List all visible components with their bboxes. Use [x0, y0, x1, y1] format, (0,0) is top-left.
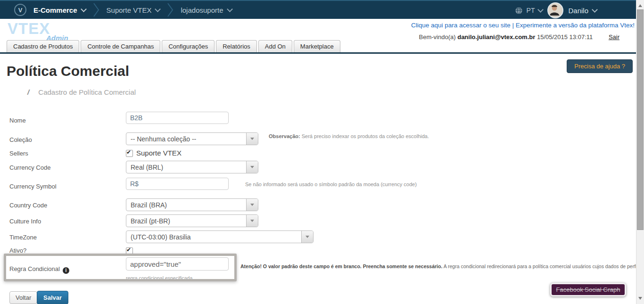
vtex-admin-window: V E-Commerce Suporte VTEX lojadosuporte [0, 0, 644, 304]
dropdown-arrow-icon [246, 215, 258, 227]
colecao-select[interactable]: -- Nenhuma coleção -- [126, 132, 258, 145]
currency-symbol-note: Se não informado será usado o símbolo pa… [245, 181, 417, 187]
dropdown-arrow-icon [246, 133, 258, 145]
user-menu[interactable]: Danilo [568, 7, 597, 15]
avatar-photo [548, 3, 561, 16]
regra-warning-body: A regra condicional redirecionará para a… [444, 263, 639, 269]
tab-marketplace[interactable]: Marketplace [294, 40, 340, 52]
currency-symbol-input[interactable] [126, 178, 229, 190]
regra-warning-title: Atenção! O valor padrão deste campo é em… [240, 263, 442, 269]
language-selector[interactable]: PT [515, 7, 543, 15]
topbar-item-label: E-Commerce [33, 6, 77, 14]
tab-cadastro-de-produtos[interactable]: Cadastro de Produtos [7, 40, 79, 52]
welcome-datetime: 15/05/2015 13:07:11 [537, 33, 593, 41]
culture-info-selected-value: Brazil (pt-BR) [126, 217, 246, 225]
regra-condicional-label: Regra Condicional [9, 265, 69, 274]
page-title: Política Comercial [7, 63, 129, 79]
tab-configuracoes[interactable]: Configurações [162, 40, 215, 52]
tab-controle-de-campanhas[interactable]: Controle de Campanhas [81, 40, 160, 52]
dropdown-arrow-icon [246, 199, 258, 211]
colecao-note: Observação: Será preciso indexar os prod… [269, 133, 429, 139]
chevron-down-icon [538, 7, 544, 13]
link-separator: | [512, 22, 514, 29]
country-code-selected-value: Brazil (BRA) [126, 201, 246, 209]
ativo-label: Ativo? [9, 247, 26, 254]
help-button[interactable]: Precisa de ajuda ? [567, 59, 633, 73]
country-code-label: Country Code [9, 202, 47, 209]
breadcrumb-slash: / [27, 88, 29, 96]
sellers-option-label: Suporte VTEX [136, 149, 182, 157]
dropdown-arrow-icon [246, 161, 258, 173]
welcome-prefix: Bem-vindo(a) [419, 33, 456, 41]
currency-symbol-label: Currency Symbol [9, 183, 57, 190]
scroll-up-arrow-icon[interactable] [638, 2, 642, 7]
breadcrumb-text: Cadastro de Política Comercial [38, 88, 136, 96]
regra-condicional-label-text: Regra Condicional [9, 265, 60, 272]
culture-info-label: Culture Info [9, 218, 41, 225]
topbar-item-account[interactable]: Suporte VTEX [107, 6, 160, 14]
colecao-note-title: Observação: [269, 133, 300, 139]
vtex-admin-logo: VTEX [8, 21, 50, 36]
chevron-down-icon [155, 6, 161, 12]
access-site-link[interactable]: Clique aqui para acessar o seu site [411, 22, 511, 29]
breadcrumb-separator-icon [167, 2, 173, 17]
topbar-item-ecommerce[interactable]: E-Commerce [33, 6, 86, 14]
colecao-label: Coleção [9, 136, 32, 143]
chevron-down-icon [592, 7, 598, 13]
chevron-down-icon [81, 6, 87, 12]
colecao-selected-value: -- Nenhuma coleção -- [126, 135, 246, 143]
nome-input[interactable] [126, 112, 229, 124]
welcome-email: danilo.juliani@vtex.com.br [457, 33, 535, 41]
tab-relatorios[interactable]: Relatórios [216, 40, 257, 52]
country-code-select[interactable]: Brazil (BRA) [126, 198, 258, 211]
top-navigation-bar: V E-Commerce Suporte VTEX lojadosuporte [0, 0, 644, 19]
scroll-down-arrow-icon[interactable] [638, 297, 642, 302]
platform-version-link[interactable]: Experimente a versão da plataforma Vtex! [516, 22, 635, 29]
topbar-item-label: Suporte VTEX [107, 6, 152, 14]
facebook-social-graph-button[interactable]: Facebook Social Graph [550, 283, 626, 296]
welcome-bar: Bem-vindo(a) danilo.juliani@vtex.com.br … [419, 33, 619, 41]
info-icon[interactable] [63, 267, 69, 274]
currency-code-selected-value: Real (BRL) [126, 164, 246, 171]
regra-condicional-input[interactable] [126, 257, 229, 271]
save-button[interactable]: Salvar [37, 291, 68, 304]
timezone-selected-value: (UTC-03:00) Brasilia [126, 233, 301, 241]
culture-info-select[interactable]: Brazil (pt-BR) [126, 214, 258, 227]
globe-icon [515, 7, 523, 15]
dropdown-arrow-icon [301, 231, 313, 243]
logout-link[interactable]: Sair [609, 33, 619, 41]
topbar-right-cluster: PT Danilo [515, 1, 597, 20]
chevron-down-icon [227, 6, 233, 12]
language-label: PT [527, 7, 535, 14]
timezone-label: TimeZone [9, 234, 37, 241]
user-name: Danilo [568, 7, 588, 15]
vertical-scrollbar[interactable] [636, 0, 644, 304]
topbar-item-store[interactable]: lojadosuporte [181, 6, 231, 14]
timezone-select[interactable]: (UTC-03:00) Brasilia [126, 230, 314, 243]
ativo-checkbox[interactable] [126, 247, 133, 255]
breadcrumb-separator-icon [93, 2, 99, 17]
header-links: Clique aqui para acessar o seu site | Ex… [411, 22, 635, 29]
breadcrumb: / Cadastro de Política Comercial [27, 88, 136, 96]
regra-warning-text: Atenção! O valor padrão deste campo é em… [240, 263, 639, 269]
regra-warning-continuation: regra condicional especificada. [126, 275, 194, 281]
topbar-item-label: lojadosuporte [181, 6, 223, 14]
vtex-circle-logo-icon: V [14, 4, 26, 16]
currency-code-label: Currency Code [9, 164, 50, 171]
scrollbar-thumb[interactable] [637, 9, 644, 230]
tab-add-on[interactable]: Add On [258, 40, 292, 52]
colecao-note-text: Será preciso indexar os produtos da cole… [302, 133, 429, 139]
sellers-label: Sellers [9, 150, 28, 157]
back-button[interactable]: Voltar [9, 291, 37, 304]
main-tab-bar: Cadastro de Produtos Controle de Campanh… [0, 40, 644, 54]
sellers-checkbox[interactable] [126, 150, 133, 157]
nome-label: Nome [9, 117, 26, 124]
currency-code-select[interactable]: Real (BRL) [126, 161, 258, 173]
user-avatar[interactable] [547, 2, 563, 18]
